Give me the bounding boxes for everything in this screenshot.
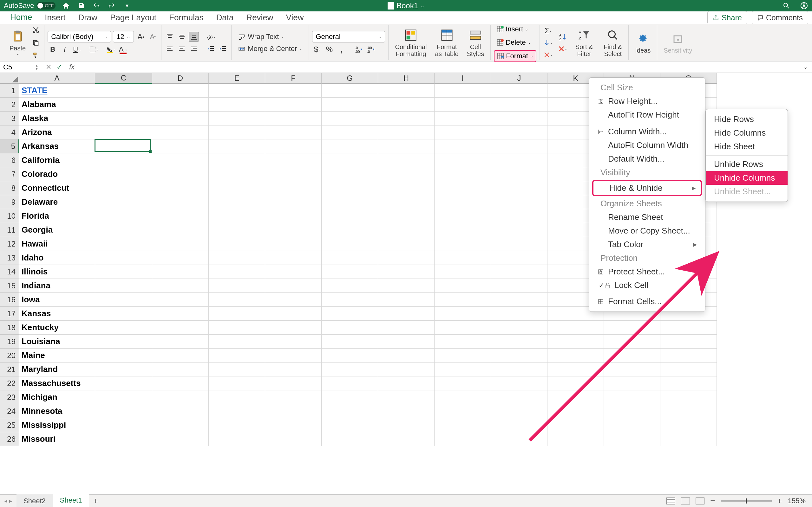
number-format-select[interactable]: General⌄ (312, 31, 385, 43)
cell-G15[interactable] (322, 279, 378, 293)
cell-G22[interactable] (322, 377, 378, 390)
cell-I7[interactable] (435, 167, 491, 181)
row-header-17[interactable]: 17 (0, 307, 19, 321)
cell-J3[interactable] (491, 112, 548, 125)
align-middle-icon[interactable] (177, 32, 187, 42)
cell-H15[interactable] (378, 279, 435, 293)
cell-I20[interactable] (435, 349, 491, 362)
cell-C8[interactable] (95, 181, 152, 195)
cell-F20[interactable] (265, 349, 322, 362)
decrease-font-icon[interactable]: A▾ (148, 32, 158, 42)
cell-H12[interactable] (378, 237, 435, 251)
cell-N23[interactable] (604, 390, 660, 404)
cell-K25[interactable] (548, 418, 604, 432)
cell-I5[interactable] (435, 139, 491, 153)
decrease-decimal-icon[interactable]: .00.0 (366, 44, 376, 55)
row-header-21[interactable]: 21 (0, 362, 19, 377)
cell-J2[interactable] (491, 98, 548, 112)
column-header-G[interactable]: G (322, 73, 378, 83)
cell-E1[interactable] (209, 83, 265, 98)
cell-H5[interactable] (378, 139, 435, 153)
column-header-E[interactable]: E (209, 73, 265, 83)
cell-K19[interactable] (548, 335, 604, 349)
fx-label[interactable]: fx (67, 63, 77, 71)
save-icon[interactable] (77, 2, 85, 10)
add-sheet-button[interactable]: + (89, 496, 102, 506)
font-name-select[interactable]: Calibri (Body)⌄ (48, 31, 111, 43)
cell-E3[interactable] (209, 112, 265, 125)
cell-O26[interactable] (660, 432, 717, 446)
cell-F25[interactable] (265, 418, 322, 432)
cell-I26[interactable] (435, 432, 491, 446)
cell-F10[interactable] (265, 209, 322, 223)
cell-H2[interactable] (378, 98, 435, 112)
cell-F2[interactable] (265, 98, 322, 112)
cell-D17[interactable] (152, 307, 209, 321)
cell-G9[interactable] (322, 195, 378, 209)
cell-E4[interactable] (209, 125, 265, 139)
cell-E15[interactable] (209, 279, 265, 293)
row-header-19[interactable]: 19 (0, 335, 19, 349)
cell-D2[interactable] (152, 98, 209, 112)
cell-D4[interactable] (152, 125, 209, 139)
cell-D18[interactable] (152, 321, 209, 335)
cell-D1[interactable] (152, 83, 209, 98)
cell-J17[interactable] (491, 307, 548, 321)
cell-C17[interactable] (95, 307, 152, 321)
cell-A2[interactable]: Alabama (19, 98, 95, 112)
tab-insert[interactable]: Insert (38, 11, 72, 24)
cell-C2[interactable] (95, 98, 152, 112)
align-bottom-icon[interactable] (189, 32, 199, 42)
cell-H4[interactable] (378, 125, 435, 139)
accounting-format-icon[interactable]: $ ⌄ (312, 44, 322, 55)
autosave-toggle[interactable]: OFF (37, 2, 55, 9)
conditional-formatting-button[interactable]: Conditional Formatting (392, 27, 430, 59)
cell-H8[interactable] (378, 181, 435, 195)
cell-H18[interactable] (378, 321, 435, 335)
cell-G10[interactable] (322, 209, 378, 223)
cell-I8[interactable] (435, 181, 491, 195)
cell-E11[interactable] (209, 223, 265, 237)
cell-H26[interactable] (378, 432, 435, 446)
cell-styles-button[interactable]: Cell Styles (464, 27, 487, 59)
cell-E2[interactable] (209, 98, 265, 112)
cell-G26[interactable] (322, 432, 378, 446)
clear-icon[interactable]: ⌄ (543, 50, 553, 60)
cell-E9[interactable] (209, 195, 265, 209)
row-header-9[interactable]: 9 (0, 195, 19, 209)
cell-F21[interactable] (265, 362, 322, 377)
row-header-5[interactable]: 5 (0, 139, 19, 153)
cell-K22[interactable] (548, 377, 604, 390)
sort-filter-button[interactable]: AZSort & Filter (572, 27, 596, 59)
menu-default-width[interactable]: Default Width... (589, 152, 705, 166)
name-box[interactable]: C5▴▾ (0, 63, 41, 71)
column-header-H[interactable]: H (378, 73, 435, 83)
cell-J22[interactable] (491, 377, 548, 390)
cell-G16[interactable] (322, 293, 378, 307)
cell-E22[interactable] (209, 377, 265, 390)
cell-E7[interactable] (209, 167, 265, 181)
sort-az-icon[interactable]: AZ (558, 32, 568, 42)
formula-expand-icon[interactable]: ⌄ (799, 64, 812, 70)
menu-hide-columns[interactable]: Hide Columns (706, 126, 788, 140)
tab-view[interactable]: View (280, 11, 310, 24)
delete-cells-button[interactable]: Delete⌄ (494, 37, 537, 48)
cell-G20[interactable] (322, 349, 378, 362)
cell-J12[interactable] (491, 237, 548, 251)
cell-A25[interactable]: Mississippi (19, 418, 95, 432)
cell-A21[interactable]: Maryland (19, 362, 95, 377)
cell-J24[interactable] (491, 404, 548, 418)
format-cells-button[interactable]: Format⌄ (494, 50, 537, 62)
cell-D26[interactable] (152, 432, 209, 446)
enter-formula-icon[interactable]: ✓ (56, 63, 62, 71)
cell-G12[interactable] (322, 237, 378, 251)
row-header-1[interactable]: 1 (0, 83, 19, 98)
cell-G13[interactable] (322, 251, 378, 265)
row-header-14[interactable]: 14 (0, 265, 19, 279)
cell-C25[interactable] (95, 418, 152, 432)
cell-F8[interactable] (265, 181, 322, 195)
cell-F26[interactable] (265, 432, 322, 446)
cell-I9[interactable] (435, 195, 491, 209)
cell-G3[interactable] (322, 112, 378, 125)
row-header-20[interactable]: 20 (0, 349, 19, 362)
